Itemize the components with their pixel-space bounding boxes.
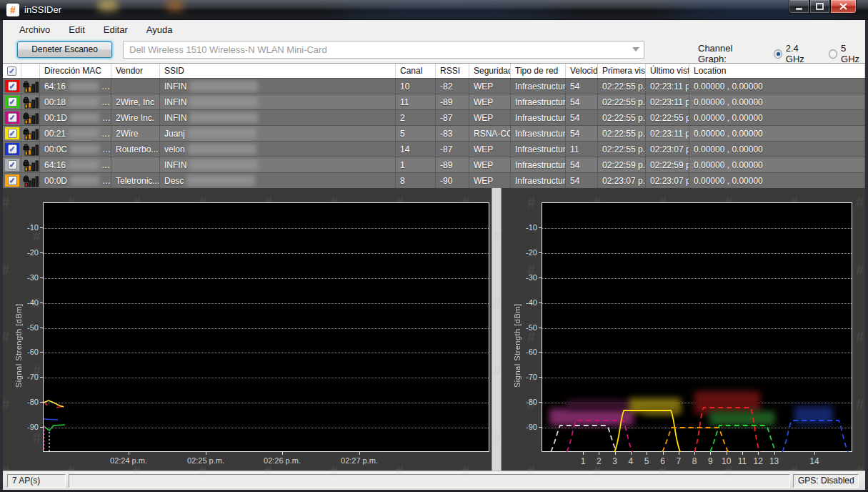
velocidad-cell: 54 — [566, 126, 598, 141]
column-header-col1[interactable] — [21, 64, 40, 78]
table-row[interactable]: ✓ 00:1D…2Wire Inc.INFIN2-87WEPInfraestru… — [3, 109, 865, 125]
menu-item-edit[interactable]: Edit — [59, 21, 94, 38]
rssi-cell: -83 — [436, 126, 469, 141]
time-graph-ytick — [40, 427, 43, 428]
maximize-button[interactable] — [809, 0, 830, 14]
ap-color-swatch: ✓ — [5, 174, 19, 187]
table-row[interactable]: ✓ 64:16…INFIN10-82WEPInfraestructura5402… — [3, 78, 865, 94]
tipo-cell: Infraestructura — [511, 173, 566, 188]
menu-item-ayuda[interactable]: Ayuda — [137, 21, 182, 38]
seguridad-cell: WEP — [469, 173, 511, 188]
channel-number-label: 7 — [676, 456, 681, 466]
select-all-checkbox[interactable]: ✓ — [7, 67, 16, 76]
time-graph-ytick — [40, 377, 43, 378]
ap-visible-checkbox[interactable]: ✓ — [8, 82, 17, 91]
column-header-Canal[interactable]: Canal — [396, 64, 436, 78]
primera-cell: 02:22:55 p.m. — [598, 94, 646, 109]
close-button[interactable] — [830, 0, 857, 14]
rssi-cell: -82 — [436, 79, 469, 94]
tipo-cell: Infraestructura — [511, 110, 566, 125]
time-graph-series — [44, 203, 490, 453]
ap-visible-checkbox[interactable]: ✓ — [8, 176, 17, 185]
time-xtick-label: 02:26 p.m. — [264, 456, 301, 465]
mac-prefix: 64:16 — [44, 160, 66, 170]
vendor-cell: 2Wire Inc. — [111, 110, 160, 125]
ap-visible-checkbox[interactable]: ✓ — [8, 160, 17, 169]
channel-graph-curves — [542, 203, 853, 453]
tipo-cell: Infraestructura — [511, 157, 566, 172]
column-header-Location[interactable]: Location — [689, 64, 865, 78]
signal-icon-cell — [21, 142, 40, 157]
mac-prefix: 00:21 — [44, 129, 66, 139]
channel-number-label: 3 — [612, 456, 617, 466]
minimize-button[interactable] — [789, 0, 809, 14]
ap-color-cell: ✓ — [3, 157, 21, 172]
channel-number-label: 6 — [660, 456, 665, 466]
column-header-Tipo de red[interactable]: Tipo de red — [511, 64, 566, 78]
channel-number-label: 5 — [644, 456, 649, 466]
mac-cell: 00:21… — [40, 126, 111, 141]
menu-item-archivo[interactable]: Archivo — [10, 21, 59, 38]
table-row[interactable]: ✓ 00:0C…Routerbo...velon14-87WEPInfraest… — [3, 141, 865, 157]
time-graph-ytick-label: -90 — [20, 423, 39, 431]
channel-graph-label: Channel Graph: — [698, 43, 759, 64]
column-header-SSID[interactable]: SSID — [160, 64, 396, 78]
signal-lock-icon — [23, 80, 39, 93]
channel-xtick — [710, 452, 711, 455]
table-row[interactable]: ✓ 00:21…2WireJuanj5-83RSNA-CC...Infraest… — [3, 125, 865, 141]
ssid-cell: INFIN — [160, 157, 396, 172]
radio-5ghz[interactable]: 5 GHz — [829, 43, 865, 64]
ultimo-cell: 02:23:11 p.m. — [646, 79, 689, 94]
canal-cell: 8 — [396, 173, 436, 188]
adapter-dropdown-value: Dell Wireless 1510 Wireless-N WLAN Mini-… — [129, 44, 327, 55]
location-cell: 0.00000 , 0.00000 — [689, 94, 865, 109]
column-header-Seguridad[interactable]: Seguridad — [469, 64, 511, 78]
channel-graph-ytick-label: -10 — [519, 223, 537, 232]
column-header-Primera vista[interactable]: Primera vista — [598, 64, 646, 78]
column-header-Último visto[interactable]: Último visto — [646, 64, 689, 78]
app-icon: # — [6, 4, 19, 16]
mac-prefix: 00:0D — [44, 176, 67, 186]
mac-cell: 00:0D… — [40, 173, 111, 188]
ap-visible-checkbox[interactable]: ✓ — [8, 129, 17, 138]
ap-visible-checkbox[interactable]: ✓ — [8, 144, 17, 154]
ap-visible-checkbox[interactable]: ✓ — [8, 97, 17, 107]
panel-splitter[interactable] — [492, 187, 502, 471]
ssid-cell: INFIN — [160, 110, 396, 125]
menu-item-editar[interactable]: Editar — [94, 21, 137, 38]
ultimo-cell: 02:22:59 p.m. — [646, 157, 689, 172]
time-xtick-label: 02:25 p.m. — [187, 456, 224, 465]
column-header-Vendor[interactable]: Vendor — [111, 64, 160, 78]
radio-2-4ghz[interactable]: 2.4 GHz — [774, 43, 817, 64]
ssid-prefix: Juanj — [164, 129, 185, 139]
column-header-col0[interactable]: ✓ — [3, 64, 21, 78]
ultimo-cell: 02:23:11 p.m. — [646, 126, 689, 141]
channel-graph-ytick — [539, 402, 542, 403]
ap-visible-checkbox[interactable]: ✓ — [8, 113, 17, 122]
ssid-prefix: INFIN — [164, 97, 186, 107]
channel-xtick — [663, 452, 664, 455]
location-cell: 0.00000 , 0.00000 — [689, 173, 865, 188]
column-header-Velocidad[interactable]: Velocidad — [566, 64, 598, 78]
table-row[interactable]: ✓ 00:0D…Teletronic...Desc8-90WEPInfraest… — [3, 172, 865, 188]
adapter-dropdown[interactable]: Dell Wireless 1510 Wireless-N WLAN Mini-… — [123, 41, 644, 59]
close-icon — [839, 3, 847, 10]
mac-cell: 00:1D… — [40, 110, 111, 125]
column-header-RSSI[interactable]: RSSI — [436, 64, 469, 78]
ssid-prefix: Desc — [164, 176, 184, 186]
mac-cell: 64:16… — [40, 157, 111, 172]
time-xtick-label: 02:27 p.m. — [341, 456, 378, 465]
table-row[interactable]: ✓ 00:18…2Wire, IncINFIN11-89WEPInfraestr… — [3, 94, 865, 109]
channel-number-label: 12 — [754, 456, 763, 466]
table-row[interactable]: ✓ 64:16…INFIN1-89WEPInfraestructura5402:… — [3, 157, 865, 172]
vendor-cell — [111, 157, 160, 172]
title-bar[interactable]: # inSSIDer — [0, 0, 868, 20]
velocidad-cell: 54 — [566, 79, 598, 94]
signal-lock-icon — [23, 127, 39, 140]
stop-scan-button[interactable]: Deneter Escaneo — [17, 41, 112, 58]
channel-xtick — [774, 452, 775, 455]
signal-icon-cell — [21, 94, 40, 109]
column-header-Dirección MAC[interactable]: Dirección MAC — [40, 64, 111, 78]
radio-2-4ghz-label: 2.4 GHz — [786, 43, 817, 64]
redacted-mac — [70, 113, 99, 122]
